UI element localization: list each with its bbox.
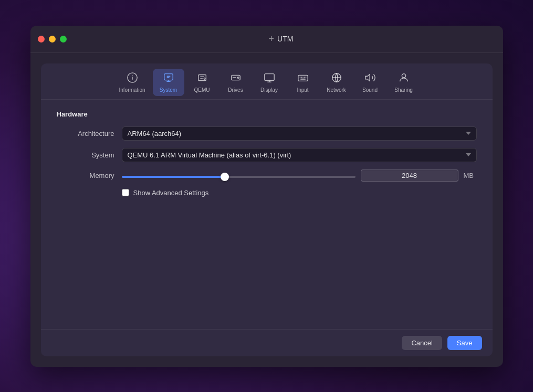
svg-point-20: [402, 73, 405, 77]
tab-display[interactable]: Display: [254, 69, 285, 96]
input-icon: [297, 72, 309, 85]
display-icon: [264, 72, 275, 85]
tab-sharing-label: Sharing: [394, 87, 412, 93]
tab-drives[interactable]: Drives: [220, 69, 252, 96]
window-title: UTM: [277, 35, 293, 43]
tab-qemu[interactable]: QEMU: [186, 69, 218, 96]
architecture-label: Architecture: [57, 130, 114, 137]
utm-window: + UTM Information: [30, 26, 503, 367]
svg-rect-9: [264, 73, 274, 80]
memory-input-group: MB: [122, 169, 477, 182]
memory-slider[interactable]: [122, 176, 356, 178]
svg-point-5: [204, 78, 205, 79]
maximize-button[interactable]: [60, 36, 67, 43]
show-advanced-checkbox[interactable]: [122, 189, 129, 196]
sharing-icon: [398, 72, 410, 85]
memory-unit: MB: [464, 172, 477, 179]
main-content: Information System: [30, 53, 503, 367]
show-advanced-label: Show Advanced Settings: [133, 189, 209, 197]
svg-rect-3: [164, 73, 173, 80]
architecture-row: Architecture ARM64 (aarch64): [57, 126, 477, 141]
minimize-button[interactable]: [49, 36, 56, 43]
information-icon: [127, 72, 138, 85]
new-vm-icon: +: [269, 34, 275, 45]
memory-label: Memory: [57, 172, 114, 179]
tab-network[interactable]: Network: [321, 69, 352, 96]
toolbar: Information System: [41, 63, 493, 100]
sound-icon: [364, 72, 376, 85]
tab-system[interactable]: System: [153, 69, 184, 96]
svg-marker-19: [365, 74, 369, 81]
footer: Cancel Save: [41, 329, 493, 356]
tab-sound[interactable]: Sound: [354, 69, 386, 96]
traffic-lights: [38, 36, 67, 43]
svg-point-7: [237, 77, 239, 78]
tab-drives-label: Drives: [228, 87, 243, 93]
cancel-button[interactable]: Cancel: [402, 336, 442, 350]
save-button[interactable]: Save: [447, 336, 482, 350]
tab-input[interactable]: Input: [287, 69, 319, 96]
tab-qemu-label: QEMU: [194, 87, 210, 93]
qemu-icon: [196, 72, 208, 85]
system-select[interactable]: QEMU 6.1 ARM Virtual Machine (alias of v…: [122, 148, 477, 162]
close-button[interactable]: [38, 36, 45, 43]
memory-row: Memory MB: [57, 169, 477, 182]
titlebar: + UTM: [30, 26, 503, 53]
content-area: Hardware Architecture ARM64 (aarch64) Sy…: [41, 100, 493, 329]
section-title: Hardware: [57, 110, 477, 118]
tab-information-label: Information: [119, 87, 145, 93]
system-control: QEMU 6.1 ARM Virtual Machine (alias of v…: [122, 148, 477, 162]
system-row: System QEMU 6.1 ARM Virtual Machine (ali…: [57, 148, 477, 162]
svg-rect-10: [298, 75, 307, 81]
system-icon: [163, 72, 174, 85]
memory-value-input[interactable]: [361, 169, 458, 182]
settings-dialog: Information System: [41, 63, 493, 356]
drives-icon: [230, 72, 242, 85]
architecture-select[interactable]: ARM64 (aarch64): [122, 126, 477, 141]
memory-control: MB: [122, 169, 477, 182]
tab-display-label: Display: [260, 87, 278, 93]
tab-sharing[interactable]: Sharing: [388, 69, 420, 96]
titlebar-center: + UTM: [67, 34, 496, 45]
system-label: System: [57, 151, 114, 159]
advanced-settings-row: Show Advanced Settings: [122, 189, 477, 197]
memory-slider-container: [122, 171, 356, 180]
tab-information[interactable]: Information: [113, 69, 150, 96]
architecture-control: ARM64 (aarch64): [122, 126, 477, 141]
tab-input-label: Input: [297, 87, 308, 93]
tab-sound-label: Sound: [362, 87, 378, 93]
tab-network-label: Network: [327, 87, 346, 93]
tab-system-label: System: [160, 87, 177, 93]
network-icon: [331, 72, 342, 85]
svg-point-2: [132, 75, 132, 76]
